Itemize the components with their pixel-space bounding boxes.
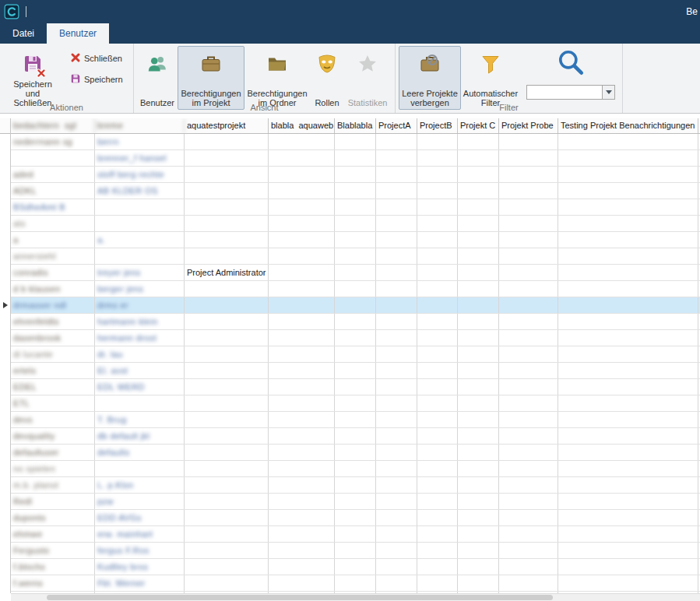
grid-cell-projektc[interactable] — [458, 395, 499, 411]
grid-cell-projektc[interactable] — [458, 477, 499, 493]
grid-cell-projektprobe[interactable] — [499, 363, 558, 378]
grid-cell-blabla_aquaweb[interactable] — [269, 216, 335, 231]
grid-cell-c1[interactable]: EDEL — [11, 379, 95, 395]
save-button[interactable]: Speichern — [67, 72, 126, 87]
grid-cell-projectb[interactable] — [417, 428, 458, 444]
grid-cell-testing[interactable] — [558, 428, 698, 444]
grid-cell-c2[interactable]: Kudlley bros — [95, 559, 185, 575]
grid-cell-projectb[interactable] — [417, 297, 458, 313]
grid-cell-blablabla[interactable] — [335, 134, 376, 149]
grid-cell-testing[interactable] — [558, 183, 698, 199]
grid-cell-projektc[interactable] — [458, 461, 499, 476]
column-header-c1[interactable]: bedachtern sgl — [11, 118, 95, 133]
grid-cell-projecta[interactable] — [376, 297, 417, 313]
grid-cell-projektprobe[interactable] — [499, 412, 558, 427]
grid-cell-c1[interactable]: f.werns — [11, 575, 95, 591]
table-row[interactable]: dupontsEDD AVGs — [11, 510, 700, 526]
grid-cell-blablabla[interactable] — [335, 526, 376, 542]
grid-cell-blabla_aquaweb[interactable] — [269, 167, 335, 182]
grid-cell-testing[interactable] — [558, 510, 698, 525]
grid-cell-projektc[interactable] — [458, 346, 499, 362]
grid-cell-projektprobe[interactable] — [499, 330, 558, 346]
grid-cell-projecta[interactable] — [376, 494, 417, 509]
table-row[interactable]: nederrnann sgberrn — [11, 134, 700, 150]
grid-cell-c1[interactable]: d b klausen — [11, 281, 95, 297]
grid-cell-c1[interactable]: m.b. planst — [11, 477, 95, 493]
grid-cell-projectb[interactable] — [417, 461, 458, 476]
grid-cell-testing[interactable] — [558, 494, 698, 509]
grid-cell-blabla_aquaweb[interactable] — [269, 232, 335, 248]
grid-cell-blabla_aquaweb[interactable] — [269, 248, 335, 264]
grid-cell-testing[interactable] — [558, 543, 698, 558]
grid-cell-blabla_aquaweb[interactable] — [269, 412, 335, 427]
grid-cell-aquatestprojekt[interactable] — [185, 199, 269, 215]
auto-filter-button[interactable]: Automatischer Filter — [461, 46, 520, 110]
grid-cell-c1[interactable]: annersiehl — [11, 248, 95, 264]
grid-cell-c2[interactable]: berger jens — [95, 281, 185, 297]
grid-cell-aquatestprojekt[interactable] — [185, 281, 269, 297]
grid-cell-projectb[interactable] — [417, 216, 458, 231]
table-row[interactable]: f.blochsKudlley bros — [11, 559, 700, 575]
column-header-projecta[interactable]: ProjectA — [376, 118, 417, 133]
grid-cell-projektprobe[interactable] — [499, 216, 558, 231]
table-row[interactable]: aa. — [11, 232, 700, 248]
app-logo-icon[interactable] — [4, 4, 19, 19]
grid-cell-testing[interactable] — [558, 330, 698, 346]
grid-cell-aquatestprojekt[interactable] — [185, 150, 269, 166]
grid-cell-blabla_aquaweb[interactable] — [269, 150, 335, 166]
grid-cell-blablabla[interactable] — [335, 575, 376, 591]
grid-cell-projektc[interactable] — [458, 216, 499, 231]
grid-cell-aquatestprojekt[interactable] — [185, 543, 269, 558]
grid-cell-c2[interactable]: T. Brug — [95, 412, 185, 427]
grid-cell-projektc[interactable] — [458, 297, 499, 313]
grid-cell-projektc[interactable] — [458, 232, 499, 248]
grid-cell-projectb[interactable] — [417, 510, 458, 525]
search-button[interactable] — [556, 46, 586, 82]
grid-cell-projecta[interactable] — [376, 248, 417, 264]
table-row[interactable]: brenner_f hansel — [11, 150, 700, 167]
grid-cell-projectb[interactable] — [417, 526, 458, 542]
grid-cell-projectb[interactable] — [417, 183, 458, 199]
grid-cell-blablabla[interactable] — [335, 232, 376, 248]
grid-cell-projektprobe[interactable] — [499, 510, 558, 525]
grid-cell-c2[interactable]: El. avst — [95, 363, 185, 378]
grid-cell-c2[interactable]: fergus F.Ros — [95, 543, 185, 558]
grid-cell-projectb[interactable] — [417, 265, 458, 280]
roles-button[interactable]: Rollen — [310, 46, 344, 110]
grid-cell-c1[interactable]: conradis — [11, 265, 95, 280]
grid-cell-blablabla[interactable] — [335, 150, 376, 166]
grid-cell-blablabla[interactable] — [335, 297, 376, 313]
grid-cell-testing[interactable] — [558, 248, 698, 264]
grid-cell-aquatestprojekt[interactable]: Project Administrator — [185, 265, 269, 280]
table-row[interactable]: no spielen — [11, 461, 700, 477]
save-and-close-button[interactable]: Speichern und Schließen — [3, 46, 62, 110]
grid-cell-projektprobe[interactable] — [499, 248, 558, 264]
grid-cell-testing[interactable] — [558, 216, 698, 231]
grid-cell-aquatestprojekt[interactable] — [185, 314, 269, 329]
grid-cell-projektprobe[interactable] — [499, 297, 558, 313]
grid-cell-projektprobe[interactable] — [499, 150, 558, 166]
grid-cell-c2[interactable]: EDL WERD — [95, 379, 185, 395]
table-row[interactable]: adedstoff berg rechte — [11, 167, 700, 183]
grid-cell-c1[interactable]: nederrnann sg — [11, 134, 95, 149]
grid-cell-projecta[interactable] — [376, 379, 417, 395]
column-header-testing[interactable]: Testing Projekt Benachrichtigungen — [558, 118, 698, 133]
grid-cell-projektc[interactable] — [458, 428, 499, 444]
grid-cell-projektprobe[interactable] — [499, 461, 558, 476]
grid-cell-projektprobe[interactable] — [499, 346, 558, 362]
grid-cell-projektc[interactable] — [458, 510, 499, 525]
grid-cell-projectb[interactable] — [417, 575, 458, 591]
grid-cell-c2[interactable]: stoff berg rechte — [95, 167, 185, 182]
grid-cell-projektprobe[interactable] — [499, 379, 558, 395]
grid-cell-aquatestprojekt[interactable] — [185, 445, 269, 460]
grid-cell-projecta[interactable] — [376, 559, 417, 575]
hide-empty-projects-button[interactable]: Leere Projekte verbergen — [399, 46, 461, 110]
grid-cell-projektc[interactable] — [458, 167, 499, 182]
grid-cell-projectb[interactable] — [417, 395, 458, 411]
grid-cell-blabla_aquaweb[interactable] — [269, 281, 335, 297]
grid-cell-projektc[interactable] — [458, 559, 499, 575]
grid-cell-blabla_aquaweb[interactable] — [269, 199, 335, 215]
grid-cell-c2[interactable]: hermann drost — [95, 330, 185, 346]
grid-cell-blabla_aquaweb[interactable] — [269, 363, 335, 378]
grid-cell-blablabla[interactable] — [335, 199, 376, 215]
